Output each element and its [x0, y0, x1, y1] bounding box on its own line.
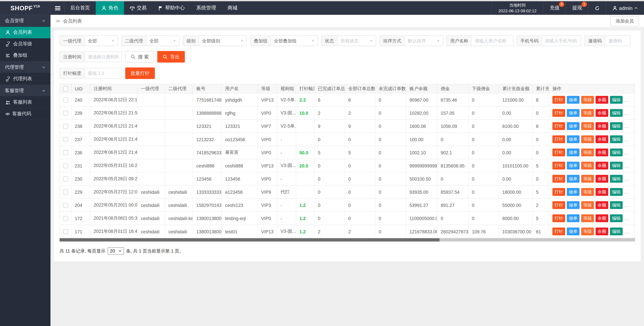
inject-button[interactable]: 打针: [552, 228, 565, 235]
inject-range-input[interactable]: [85, 68, 122, 78]
invite-code-input[interactable]: [606, 36, 630, 46]
row-checkbox[interactable]: [63, 216, 68, 221]
balance-button[interactable]: 余额: [596, 162, 608, 169]
balance-button[interactable]: 余额: [596, 109, 608, 117]
edit-button[interactable]: 编辑: [610, 162, 623, 169]
inject-button[interactable]: 打针: [552, 201, 565, 209]
make-order-button[interactable]: 做单: [567, 228, 580, 235]
stack-group-select[interactable]: 全部叠加组▼: [271, 36, 318, 46]
row-checkbox[interactable]: [63, 110, 68, 115]
level-button[interactable]: 等级: [581, 188, 594, 196]
row-checkbox[interactable]: [63, 190, 68, 194]
balance-button[interactable]: 余额: [596, 175, 608, 183]
nav-system[interactable]: 系统管理: [190, 1, 222, 15]
inject-button[interactable]: 打针: [552, 148, 565, 156]
username-input[interactable]: [472, 36, 513, 46]
sidebar-item-stack-group[interactable]: 叠加组: [0, 50, 50, 61]
level-button[interactable]: 等级: [581, 135, 594, 143]
row-checkbox[interactable]: [63, 124, 68, 128]
make-order-button[interactable]: 做单: [567, 109, 580, 117]
reg-time-input[interactable]: [85, 52, 122, 62]
balance-button[interactable]: 余额: [596, 122, 608, 130]
page-size-select[interactable]: 20: [108, 247, 124, 255]
phone-input[interactable]: [542, 36, 581, 46]
user-menu[interactable]: admin: [606, 1, 644, 15]
edit-button[interactable]: 编辑: [610, 109, 623, 117]
refresh-icon[interactable]: [588, 1, 606, 15]
balance-button[interactable]: 余额: [596, 135, 608, 143]
balance-button[interactable]: 余额: [596, 228, 608, 235]
sidebar-item-service-code[interactable]: </> 客服代码: [0, 108, 50, 120]
edit-button[interactable]: 编辑: [610, 96, 623, 103]
nav-help-center[interactable]: 帮助中心: [152, 1, 190, 15]
status-select[interactable]: 所有状态▼: [338, 36, 376, 46]
sidebar-group-service[interactable]: 客服管理: [0, 85, 50, 97]
more-actions-button[interactable]: ...: [624, 110, 629, 115]
level-button[interactable]: 等级: [581, 162, 594, 169]
more-actions-button[interactable]: ...: [624, 176, 629, 181]
sort-select[interactable]: 默认排序▼: [405, 36, 443, 46]
balance-button[interactable]: 余额: [596, 201, 608, 209]
batch-inject-button[interactable]: 批量打针: [125, 67, 155, 79]
inject-button[interactable]: 打针: [552, 188, 565, 196]
make-order-button[interactable]: 做单: [567, 122, 580, 130]
more-actions-button[interactable]: ...: [624, 216, 629, 221]
edit-button[interactable]: 编辑: [610, 228, 623, 235]
sidebar-group-agent[interactable]: 代理管理: [0, 61, 50, 73]
balance-button[interactable]: 余额: [596, 215, 608, 222]
sidebar-item-member-list[interactable]: 会员列表: [0, 27, 50, 38]
row-checkbox[interactable]: [63, 163, 68, 168]
row-checkbox[interactable]: [63, 150, 68, 155]
agent1-select[interactable]: 全部▼: [85, 36, 118, 46]
more-actions-button[interactable]: ...: [624, 229, 629, 234]
sidebar-item-member-level[interactable]: 会员等级: [0, 38, 50, 50]
sidebar-item-agent-list[interactable]: 代理列表: [0, 73, 50, 85]
sidebar-item-service-list[interactable]: 客服列表: [0, 97, 50, 108]
more-actions-button[interactable]: ...: [624, 203, 629, 208]
edit-button[interactable]: 编辑: [610, 135, 623, 143]
make-order-button[interactable]: 做单: [567, 148, 580, 156]
make-order-button[interactable]: 做单: [567, 162, 580, 169]
more-actions-button[interactable]: ...: [624, 150, 629, 155]
make-order-button[interactable]: 做单: [567, 215, 580, 222]
balance-button[interactable]: 余额: [596, 96, 608, 103]
level-button[interactable]: 等级: [581, 201, 594, 209]
export-button[interactable]: 导出: [158, 51, 185, 63]
more-actions-button[interactable]: ...: [624, 97, 629, 102]
edit-button[interactable]: 编辑: [610, 201, 623, 209]
edit-button[interactable]: 编辑: [610, 148, 623, 156]
withdraw-link[interactable]: 提现 1: [566, 1, 588, 15]
inject-button[interactable]: 打针: [552, 96, 565, 103]
edit-button[interactable]: 编辑: [610, 122, 623, 130]
inject-button[interactable]: 打针: [552, 122, 565, 130]
make-order-button[interactable]: 做单: [567, 96, 580, 103]
agent2-select[interactable]: 全部▼: [147, 36, 179, 46]
level-button[interactable]: 等级: [581, 109, 594, 117]
balance-button[interactable]: 余额: [596, 148, 608, 156]
level-button[interactable]: 等级: [581, 228, 594, 235]
row-checkbox[interactable]: [63, 176, 68, 181]
inject-button[interactable]: 打针: [552, 135, 565, 143]
edit-button[interactable]: 编辑: [610, 188, 623, 196]
sidebar-group-member[interactable]: 会员管理: [0, 15, 50, 27]
row-checkbox[interactable]: [63, 229, 68, 234]
level-button[interactable]: 等级: [581, 122, 594, 130]
make-order-button[interactable]: 做单: [567, 201, 580, 209]
make-order-button[interactable]: 做单: [567, 188, 580, 196]
level-button[interactable]: 等级: [581, 148, 594, 156]
make-order-button[interactable]: 做单: [567, 135, 580, 143]
inject-button[interactable]: 打针: [552, 162, 565, 169]
more-actions-button[interactable]: ...: [624, 124, 629, 128]
more-actions-button[interactable]: ...: [624, 190, 629, 194]
level-button[interactable]: 等级: [581, 215, 594, 222]
recharge-link[interactable]: 充值 6: [543, 1, 566, 15]
horizontal-scrollbar[interactable]: [60, 238, 635, 242]
inject-button[interactable]: 打针: [552, 175, 565, 183]
scrollbar-thumb[interactable]: [60, 238, 439, 242]
nav-mall[interactable]: 商城: [222, 1, 243, 15]
select-all-checkbox[interactable]: [63, 86, 68, 91]
edit-button[interactable]: 编辑: [610, 215, 623, 222]
level-button[interactable]: 等级: [581, 175, 594, 183]
level-select[interactable]: 全部级别▼: [199, 36, 246, 46]
more-actions-button[interactable]: ...: [624, 163, 629, 168]
